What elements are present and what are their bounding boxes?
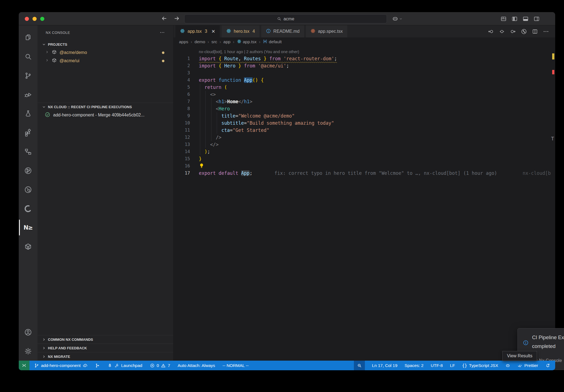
- activity-item-containers[interactable]: [19, 237, 37, 256]
- code-line-17[interactable]: 17 export default App;fix: correct typo …: [173, 170, 555, 177]
- code-line-4[interactable]: 4 export function App() {: [173, 77, 555, 84]
- activity-item-explorer[interactable]: [19, 28, 37, 47]
- activity-item-nx-console[interactable]: N≥: [19, 218, 37, 237]
- activity-item-extensions[interactable]: [19, 123, 37, 142]
- activity-item-run-debug[interactable]: [19, 85, 37, 104]
- tab-hero.tsx[interactable]: hero.tsx 4: [222, 25, 259, 37]
- status-launchpad[interactable]: Launchpad: [107, 361, 142, 370]
- double-check-icon: [517, 363, 522, 368]
- status-notifications[interactable]: [545, 361, 550, 370]
- code-line-6[interactable]: 6 <>: [173, 91, 555, 98]
- status-encoding[interactable]: UTF-8: [431, 361, 443, 370]
- sidebar-actions-ellipsis-icon[interactable]: [159, 30, 165, 35]
- status-branch[interactable]: add-hero-component: [34, 361, 88, 370]
- activity-item-gitlens[interactable]: [19, 161, 37, 180]
- status-prettier[interactable]: Prettier: [517, 361, 538, 370]
- section-common-nx-commands[interactable]: COMMON NX COMMANDS: [37, 335, 173, 344]
- breadcrumb-default[interactable]: default: [263, 39, 282, 45]
- close-icon[interactable]: ✕: [212, 29, 215, 34]
- activity-item-references[interactable]: [19, 142, 37, 161]
- section-help-and-feedback[interactable]: HELP AND FEEDBACK: [37, 344, 173, 352]
- ellipsis-icon[interactable]: [543, 28, 549, 35]
- code-line-5[interactable]: 5 return (: [173, 84, 555, 91]
- code-line-1[interactable]: 1 import { Route, Routes } from 'react-r…: [173, 55, 555, 62]
- activity-item-search[interactable]: [19, 47, 37, 66]
- command-center-search[interactable]: acme: [184, 14, 387, 23]
- code-line-12[interactable]: 12 />: [173, 134, 555, 141]
- project-item-@acme/demo[interactable]: @acme/demo: [37, 48, 173, 57]
- activity-item-source-control[interactable]: [19, 66, 37, 85]
- pipeline-execution-item[interactable]: add-hero-component - Merge 409b44e5cb02.…: [37, 111, 173, 119]
- tab-README.md[interactable]: README.md: [261, 25, 304, 37]
- zoom-window-button[interactable]: [40, 17, 44, 21]
- status-git-graph[interactable]: [95, 361, 100, 370]
- code-line-15[interactable]: 15 }: [173, 155, 555, 162]
- code-line-8[interactable]: 8 <Hero: [173, 105, 555, 112]
- run-ci-icon[interactable]: [521, 28, 527, 35]
- code-line-14[interactable]: 14 );: [173, 148, 555, 155]
- breadcrumb-apps[interactable]: apps: [179, 39, 188, 44]
- chevron-down-icon[interactable]: [399, 17, 403, 21]
- activity-item-testing[interactable]: [19, 104, 37, 123]
- section-nx-cloud[interactable]: NX CLOUD :: RECENT CI PIPELINE EXECUTION…: [37, 103, 173, 111]
- status-problems[interactable]: 07: [150, 361, 170, 370]
- layout-customize-icon[interactable]: [500, 16, 507, 22]
- close-window-button[interactable]: [25, 17, 29, 21]
- notification-message: CI Pipeline Execution for #add-hero-comp…: [532, 333, 564, 351]
- next-change-icon[interactable]: [510, 28, 516, 35]
- code-line-9[interactable]: 9 title="Welcome @acme/demo": [173, 112, 555, 119]
- zoom-out-icon: [357, 363, 362, 368]
- code-line-13[interactable]: 13 </>: [173, 141, 555, 148]
- minimize-window-button[interactable]: [32, 17, 37, 21]
- bell-dot-icon: [545, 363, 550, 368]
- tab-app.spec.tsx[interactable]: app.spec.tsx: [306, 25, 347, 37]
- tab-app.tsx[interactable]: app.tsx 3 ✕: [175, 25, 220, 37]
- chevron-right-icon: [42, 346, 46, 350]
- copilot-menu[interactable]: [392, 15, 403, 22]
- breadcrumb-app[interactable]: app: [223, 39, 231, 44]
- status-vim-mode[interactable]: -- NORMAL --: [223, 361, 249, 370]
- code-line-2[interactable]: 2 import { Hero } from '@acme/ui';: [173, 62, 555, 69]
- code-line-3[interactable]: 3: [173, 69, 555, 77]
- status-cursor-position[interactable]: Ln 17, Col 19: [372, 361, 397, 370]
- code-line-11[interactable]: 11 cta="Get Started": [173, 127, 555, 134]
- status-indentation[interactable]: Spaces: 2: [405, 361, 424, 370]
- split-editor-icon[interactable]: [532, 28, 538, 35]
- toggle-secondary-sidebar-icon[interactable]: [533, 16, 540, 22]
- activity-item-gitlens-inspect[interactable]: [19, 180, 37, 199]
- toggle-sidebar-icon[interactable]: [511, 16, 518, 22]
- status-language-mode[interactable]: {}TypeScript JSX: [462, 361, 498, 370]
- back-arrow-icon[interactable]: [161, 15, 167, 22]
- activity-item-settings[interactable]: [19, 342, 37, 361]
- warning-icon: [161, 363, 166, 368]
- package-icon: [51, 49, 57, 55]
- code-editor[interactable]: nx-cloud[bot], 1 hour ago | 2 authors (Y…: [173, 46, 555, 361]
- status-zoom-indicator[interactable]: [354, 361, 365, 370]
- lightbulb-icon[interactable]: [199, 163, 204, 170]
- status-auto-attach[interactable]: Auto Attach: Always: [178, 361, 215, 370]
- prev-change-icon[interactable]: [488, 28, 494, 35]
- remote-indicator[interactable]: [19, 361, 29, 370]
- section-nx-migrate[interactable]: NX MIGRATE: [37, 352, 173, 361]
- status-copilot[interactable]: [505, 361, 510, 370]
- breadcrumb-app.tsx[interactable]: app.tsx: [237, 39, 257, 45]
- change-icon[interactable]: [499, 28, 505, 35]
- line-number: 2: [173, 62, 190, 69]
- line-number: 17: [173, 170, 190, 177]
- overview-ruler[interactable]: T: [551, 46, 555, 361]
- status-eol[interactable]: LF: [450, 361, 455, 370]
- toggle-panel-icon[interactable]: [522, 16, 529, 22]
- section-projects[interactable]: PROJECTS: [37, 40, 173, 48]
- project-item-@acme/ui[interactable]: @acme/ui: [37, 57, 173, 65]
- code-line-16[interactable]: 16: [173, 162, 555, 170]
- code-line-7[interactable]: 7 <h1>Home</h1>: [173, 98, 555, 105]
- copilot-icon[interactable]: [392, 15, 398, 22]
- breadcrumb-demo[interactable]: demo: [194, 39, 205, 44]
- activity-item-accounts[interactable]: [19, 323, 37, 342]
- breadcrumb-src[interactable]: src: [212, 39, 217, 44]
- activity-item-edge-browser[interactable]: [19, 199, 37, 218]
- git-graph-icon: [95, 363, 100, 368]
- search-icon: [277, 17, 281, 21]
- forward-arrow-icon[interactable]: [173, 15, 180, 22]
- code-line-10[interactable]: 10 subtitle="Build something amazing tod…: [173, 119, 555, 127]
